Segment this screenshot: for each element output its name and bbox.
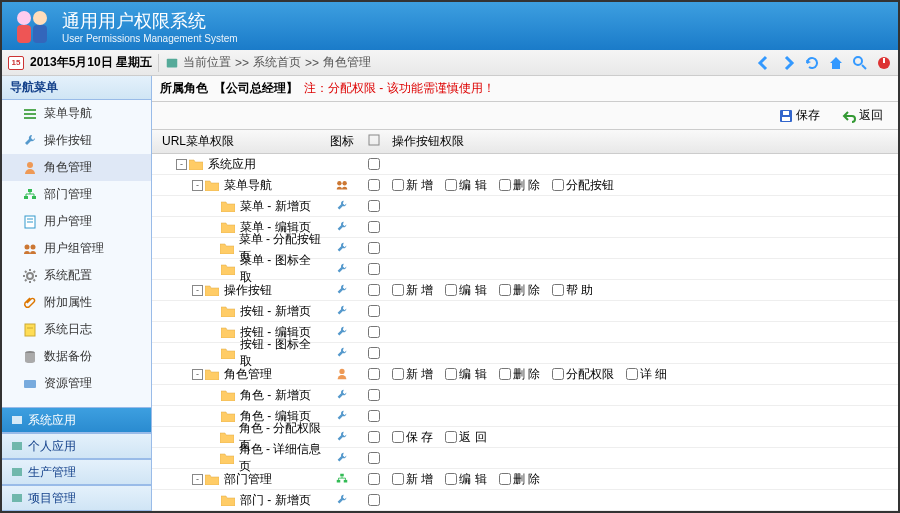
row-check[interactable] (368, 305, 380, 317)
row-check[interactable] (368, 326, 380, 338)
sidebar-item-5[interactable]: 用户组管理 (2, 235, 151, 262)
svg-rect-41 (340, 474, 344, 477)
table-row[interactable]: -角色管理新 增编 辑删 除分配权限详 细 (152, 364, 898, 385)
perm-check[interactable] (552, 368, 564, 380)
table-row[interactable]: 按钮 - 图标全取 (152, 343, 898, 364)
row-check[interactable] (368, 494, 380, 506)
perm-check[interactable] (445, 431, 457, 443)
row-label: 系统应用 (208, 156, 256, 173)
perm-check[interactable] (445, 473, 457, 485)
perm-check[interactable] (392, 431, 404, 443)
perm-check[interactable] (499, 368, 511, 380)
row-check[interactable] (368, 200, 380, 212)
perm-item: 新 增 (392, 177, 433, 194)
svg-rect-3 (33, 25, 47, 43)
expand-icon[interactable]: - (192, 285, 203, 296)
search-icon[interactable] (852, 55, 868, 71)
grid-header: URL菜单权限 图标 操作按钮权限 (152, 130, 898, 154)
perm-check[interactable] (392, 473, 404, 485)
perm-check[interactable] (392, 284, 404, 296)
main-panel: 所属角色 【公司总经理】 注：分配权限 - 该功能需谨慎使用！ 保存 返回 UR… (152, 76, 898, 511)
row-check[interactable] (368, 179, 380, 191)
row-check[interactable] (368, 242, 380, 254)
table-row[interactable]: 角色 - 详细信息页 (152, 448, 898, 469)
row-check[interactable] (368, 473, 380, 485)
svg-point-23 (25, 244, 30, 249)
sidebar-category-0[interactable]: 系统应用 (2, 407, 151, 433)
table-row[interactable]: 按钮 - 新增页 (152, 301, 898, 322)
sidebar-item-9[interactable]: 数据备份 (2, 343, 151, 370)
sidebar-item-label: 附加属性 (44, 294, 92, 311)
perm-check[interactable] (445, 284, 457, 296)
warning-text: 注：分配权限 - 该功能需谨慎使用！ (304, 80, 495, 97)
perm-check[interactable] (392, 179, 404, 191)
row-check[interactable] (368, 284, 380, 296)
row-check[interactable] (368, 347, 380, 359)
sidebar-item-6[interactable]: 系统配置 (2, 262, 151, 289)
row-icon (335, 493, 349, 507)
table-row[interactable]: 角色 - 新增页 (152, 385, 898, 406)
back-button[interactable]: 返回 (835, 104, 890, 127)
svg-rect-33 (12, 494, 22, 502)
row-check[interactable] (368, 263, 380, 275)
sidebar-item-0[interactable]: 菜单导航 (2, 100, 151, 127)
expand-icon[interactable]: - (176, 159, 187, 170)
expand-icon[interactable]: - (192, 180, 203, 191)
table-row[interactable]: -菜单导航新 增编 辑删 除分配按钮 (152, 175, 898, 196)
perm-check[interactable] (499, 473, 511, 485)
refresh-icon[interactable] (804, 55, 820, 71)
expand-icon[interactable]: - (192, 369, 203, 380)
perm-check[interactable] (552, 284, 564, 296)
svg-rect-9 (24, 109, 36, 111)
forward-icon[interactable] (780, 55, 796, 71)
perm-check[interactable] (552, 179, 564, 191)
svg-rect-37 (369, 135, 379, 145)
sidebar-item-4[interactable]: 用户管理 (2, 208, 151, 235)
sidebar-item-8[interactable]: 系统日志 (2, 316, 151, 343)
row-check[interactable] (368, 368, 380, 380)
sidebar-category-2[interactable]: 生产管理 (2, 459, 151, 485)
perm-item: 新 增 (392, 282, 433, 299)
sidebar-item-label: 资源管理 (44, 375, 92, 392)
row-check[interactable] (368, 431, 380, 443)
table-row[interactable]: -系统应用 (152, 154, 898, 175)
row-check[interactable] (368, 158, 380, 170)
row-check[interactable] (368, 410, 380, 422)
row-icon (335, 409, 349, 423)
row-check[interactable] (368, 221, 380, 233)
perm-check[interactable] (499, 179, 511, 191)
svg-rect-30 (12, 416, 22, 424)
return-icon (842, 109, 856, 123)
back-icon[interactable] (756, 55, 772, 71)
perm-check[interactable] (392, 368, 404, 380)
sidebar-item-2[interactable]: 角色管理 (2, 154, 151, 181)
table-row[interactable]: 部门 - 新增页 (152, 490, 898, 511)
sidebar-item-10[interactable]: 资源管理 (2, 370, 151, 397)
divider (158, 54, 159, 72)
perm-check[interactable] (499, 284, 511, 296)
table-row[interactable]: -部门管理新 增编 辑删 除 (152, 469, 898, 490)
perm-item: 新 增 (392, 366, 433, 383)
row-label: 菜单导航 (224, 177, 272, 194)
perm-check[interactable] (445, 368, 457, 380)
home-icon[interactable] (828, 55, 844, 71)
grid-body[interactable]: -系统应用-菜单导航新 增编 辑删 除分配按钮菜单 - 新增页菜单 - 编辑页菜… (152, 154, 898, 511)
row-check[interactable] (368, 452, 380, 464)
table-row[interactable]: 菜单 - 图标全取 (152, 259, 898, 280)
crumb-home[interactable]: 系统首页 (253, 54, 301, 71)
sidebar-category-1[interactable]: 个人应用 (2, 433, 151, 459)
save-button[interactable]: 保存 (772, 104, 827, 127)
table-row[interactable]: -操作按钮新 增编 辑删 除帮 助 (152, 280, 898, 301)
expand-icon[interactable]: - (192, 474, 203, 485)
perm-check[interactable] (445, 179, 457, 191)
sidebar-item-7[interactable]: 附加属性 (2, 289, 151, 316)
perm-item: 编 辑 (445, 282, 486, 299)
row-check[interactable] (368, 389, 380, 401)
table-row[interactable]: 菜单 - 新增页 (152, 196, 898, 217)
sidebar-category-3[interactable]: 项目管理 (2, 485, 151, 511)
sidebar-item-1[interactable]: 操作按钮 (2, 127, 151, 154)
sidebar-item-3[interactable]: 部门管理 (2, 181, 151, 208)
perm-check[interactable] (626, 368, 638, 380)
power-icon[interactable] (876, 55, 892, 71)
row-icon (335, 304, 349, 318)
